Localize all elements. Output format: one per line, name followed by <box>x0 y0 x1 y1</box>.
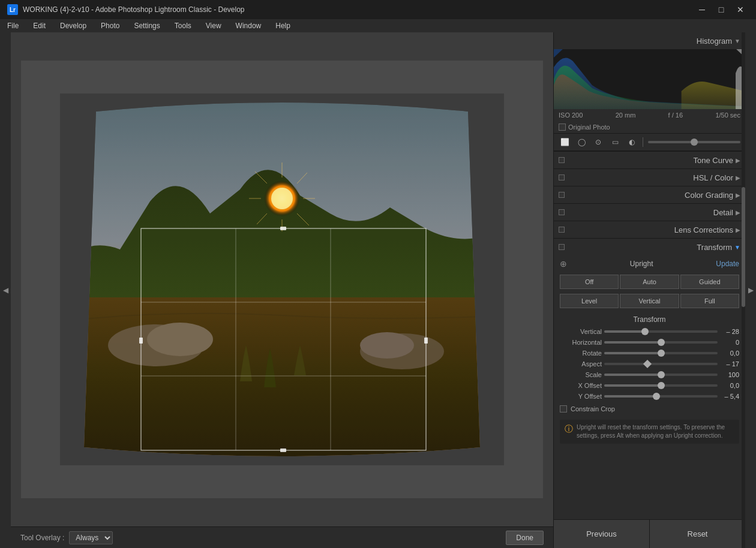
slider-thumb-5 <box>658 382 665 389</box>
hsl-section: HSL / Color ▶ <box>554 168 745 186</box>
slider-label-4: Scale <box>560 371 602 378</box>
menu-help[interactable]: Help <box>273 20 293 31</box>
upright-guided-button[interactable]: Guided <box>680 275 739 289</box>
transform-header[interactable]: Transform ▼ <box>554 239 745 255</box>
toolbar-left: Tool Overlay : Always <box>20 531 113 544</box>
right-panel: Histogram ▼ <box>553 32 745 548</box>
tool-amount-thumb <box>691 138 698 146</box>
histogram-title: Histogram <box>697 37 732 46</box>
previous-button[interactable]: Previous <box>554 520 650 548</box>
slider-thumb-4 <box>658 371 665 378</box>
slider-track-6[interactable] <box>604 395 718 398</box>
slider-track-3[interactable] <box>604 363 718 365</box>
right-panel-toggle[interactable]: ▶ <box>748 286 754 294</box>
hsl-header[interactable]: HSL / Color ▶ <box>554 169 745 186</box>
tool-circle[interactable]: ◯ <box>575 136 587 148</box>
lens-corrections-header[interactable]: Lens Corrections ▶ <box>554 221 745 238</box>
overlay-select[interactable]: Always <box>69 531 113 544</box>
upright-level-button[interactable]: Level <box>560 294 619 308</box>
lens-corrections-section: Lens Corrections ▶ <box>554 221 745 238</box>
slider-label-0: Vertical <box>560 328 602 335</box>
upright-auto-button[interactable]: Auto <box>620 275 679 289</box>
histogram-canvas <box>554 49 745 109</box>
svg-rect-16 <box>60 94 504 465</box>
aperture-value: f / 16 <box>668 112 683 119</box>
menu-settings[interactable]: Settings <box>131 20 162 31</box>
slider-value-6: – 5,4 <box>720 393 739 400</box>
svg-rect-24 <box>139 338 143 344</box>
minimize-button[interactable]: ─ <box>694 4 710 16</box>
constrain-crop-checkbox[interactable] <box>560 405 567 412</box>
title-bar-left: Lr WORKING (4)-2-v10 - Adobe Photoshop L… <box>7 4 245 15</box>
hsl-arrow: ▶ <box>736 174 740 181</box>
menu-tools[interactable]: Tools <box>172 20 194 31</box>
photo-container <box>60 94 504 465</box>
menu-view[interactable]: View <box>203 20 224 31</box>
detail-arrow: ▶ <box>736 209 740 216</box>
menu-edit[interactable]: Edit <box>31 20 48 31</box>
menu-develop[interactable]: Develop <box>58 20 89 31</box>
upright-buttons-row1: Off Auto Guided <box>554 272 745 291</box>
center-area: Tool Overlay : Always Done <box>11 32 553 548</box>
left-panel-toggle[interactable]: ◀ <box>3 286 8 294</box>
canvas-background <box>21 61 543 498</box>
transform-sliders: Vertical– 28Horizontal0Rotate0,0Aspect– … <box>554 326 745 402</box>
slider-value-3: – 17 <box>720 360 739 368</box>
tool-radial[interactable]: ⊙ <box>592 136 604 148</box>
tools-row: ⬜ ◯ ⊙ ▭ ◐ <box>554 133 745 151</box>
original-photo-checkbox[interactable] <box>559 124 566 131</box>
slider-track-1[interactable] <box>604 341 718 344</box>
transform-subsection-title: Transform <box>554 311 745 326</box>
svg-rect-22 <box>280 227 286 230</box>
menu-file[interactable]: File <box>5 20 21 31</box>
warning-icon: ⓘ <box>565 424 573 435</box>
histogram-info: ISO 200 20 mm f / 16 1/50 sec <box>554 109 745 121</box>
upright-row: ⊕ Upright Update <box>554 255 745 272</box>
tool-gradient[interactable]: ◐ <box>626 136 638 148</box>
menu-window[interactable]: Window <box>233 20 264 31</box>
slider-track-2[interactable] <box>604 352 718 354</box>
slider-row-rotate: Rotate0,0 <box>554 348 745 359</box>
scroll-bar[interactable] <box>742 32 745 548</box>
menu-photo[interactable]: Photo <box>98 20 122 31</box>
lens-corrections-arrow: ▶ <box>736 227 740 233</box>
iso-value: ISO 200 <box>559 112 583 119</box>
upright-full-button[interactable]: Full <box>680 294 739 308</box>
window-controls[interactable]: ─ □ ✕ <box>694 4 749 16</box>
tool-marquee[interactable]: ⬜ <box>559 136 571 148</box>
tone-curve-label: Tone Curve <box>568 156 733 165</box>
color-grading-label: Color Grading <box>568 191 733 200</box>
slider-row-vertical: Vertical– 28 <box>554 326 745 337</box>
update-button[interactable]: Update <box>716 260 739 268</box>
tone-curve-header[interactable]: Tone Curve ▶ <box>554 152 745 168</box>
maximize-button[interactable]: □ <box>713 4 730 16</box>
slider-track-4[interactable] <box>604 374 718 376</box>
original-photo-label: Original Photo <box>568 124 610 131</box>
transform-toggle <box>559 244 565 250</box>
tool-amount-slider[interactable] <box>648 141 740 143</box>
right-arrow-panel: ▶ <box>745 32 756 548</box>
window-title: WORKING (4)-2-v10 - Adobe Photoshop Ligh… <box>23 5 245 14</box>
slider-value-4: 100 <box>720 371 739 378</box>
slider-track-5[interactable] <box>604 384 718 387</box>
tool-square[interactable]: ▭ <box>609 136 621 148</box>
upright-off-button[interactable]: Off <box>560 275 619 289</box>
shutter-value: 1/50 sec <box>715 112 740 119</box>
close-button[interactable]: ✕ <box>732 4 749 16</box>
tone-curve-arrow: ▶ <box>736 157 740 164</box>
detail-label: Detail <box>568 208 733 217</box>
svg-rect-25 <box>424 338 428 344</box>
overlay-label: Tool Overlay : <box>20 534 64 542</box>
scroll-thumb[interactable] <box>742 187 745 307</box>
slider-track-0[interactable] <box>604 330 718 333</box>
slider-thumb-1 <box>658 339 665 346</box>
detail-header[interactable]: Detail ▶ <box>554 204 745 221</box>
done-button[interactable]: Done <box>506 531 544 545</box>
upright-vertical-button[interactable]: Vertical <box>620 294 679 308</box>
color-grading-header[interactable]: Color Grading ▶ <box>554 186 745 203</box>
histogram-section: Histogram ▼ <box>554 32 745 133</box>
slider-label-6: Y Offset <box>560 393 602 400</box>
color-grading-toggle <box>559 192 565 198</box>
reset-button[interactable]: Reset <box>650 520 745 548</box>
lens-corrections-label: Lens Corrections <box>568 225 733 234</box>
